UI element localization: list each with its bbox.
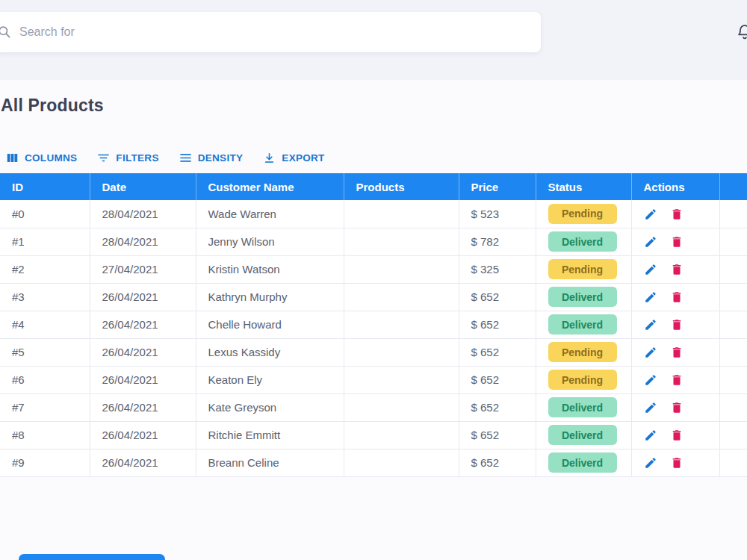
search-bar [0,12,541,52]
status-badge: Deliverd [548,452,617,473]
bottom-bar[interactable] [19,554,165,560]
customer-name: Wade Warren [196,200,344,228]
row-date: 26/04/2021 [90,311,196,338]
delete-icon[interactable] [670,373,684,387]
actions-cell [631,311,719,338]
edit-icon[interactable] [644,401,657,414]
spacer-header [719,173,747,200]
customer-name: Kristin Watson [196,255,344,283]
columns-button[interactable]: COLUMNS [5,151,77,165]
spacer-cell [719,311,747,338]
status-cell: Pending [536,255,631,283]
row-id: #9 [0,449,90,476]
delete-icon[interactable] [670,456,684,470]
row-products [344,255,459,283]
columns-icon [5,151,19,165]
status-cell: Deliverd [536,311,631,338]
row-price: $ 652 [459,449,536,476]
export-button[interactable]: EXPORT [262,151,324,165]
table-row: #028/04/2021Wade Warren$ 523Pending [0,200,747,228]
table-row: #227/04/2021Kristin Watson$ 325Pending [0,255,747,283]
customer-name: Jenny Wilson [196,228,344,255]
search-input[interactable] [19,25,530,39]
status-cell: Deliverd [536,283,631,311]
edit-icon[interactable] [644,373,657,387]
edit-icon[interactable] [644,235,657,249]
edit-icon[interactable] [644,346,657,359]
column-header[interactable]: Date [90,173,196,200]
page-title: All Products [1,96,104,116]
column-header[interactable]: Products [344,173,459,200]
export-icon [262,151,276,165]
products-table: IDDateCustomer NameProductsPriceStatusAc… [0,173,747,477]
row-date: 26/04/2021 [90,283,196,311]
spacer-cell [719,283,747,311]
status-cell: Deliverd [536,393,631,421]
column-header[interactable]: ID [0,173,90,200]
delete-icon[interactable] [670,208,684,221]
status-badge: Deliverd [548,425,617,445]
density-label: DENSITY [198,152,244,164]
spacer-cell [719,255,747,283]
spacer-cell [719,366,747,393]
row-price: $ 652 [459,421,536,449]
customer-name: Chelle Howard [196,311,344,338]
row-products [344,366,459,393]
row-date: 26/04/2021 [90,393,196,421]
row-price: $ 652 [459,338,536,366]
table-row: #128/04/2021Jenny Wilson$ 782Deliverd [0,228,747,255]
row-price: $ 523 [459,200,536,228]
actions-cell [631,421,719,449]
export-label: EXPORT [282,152,324,164]
edit-icon[interactable] [644,290,657,304]
delete-icon[interactable] [670,235,684,249]
row-date: 27/04/2021 [90,255,196,283]
delete-icon[interactable] [670,318,684,332]
edit-icon[interactable] [644,318,657,332]
table-row: #926/04/2021Breann Celine$ 652Deliverd [0,449,747,476]
search-icon [0,25,12,40]
row-date: 28/04/2021 [90,228,196,255]
columns-label: COLUMNS [25,152,77,164]
row-products [344,283,459,311]
column-header[interactable]: Customer Name [196,173,344,200]
status-badge: Pending [548,370,617,390]
notification-bell-icon[interactable] [736,22,747,45]
row-date: 26/04/2021 [90,449,196,476]
actions-cell [631,366,719,393]
delete-icon[interactable] [670,401,684,414]
row-id: #7 [0,393,90,421]
table-head: IDDateCustomer NameProductsPriceStatusAc… [0,173,747,200]
delete-icon[interactable] [670,263,684,276]
row-products [344,200,459,228]
column-header[interactable]: Price [459,173,536,200]
edit-icon[interactable] [644,208,657,221]
delete-icon[interactable] [670,429,684,442]
delete-icon[interactable] [670,290,684,304]
column-header[interactable]: Status [536,173,631,200]
row-id: #3 [0,283,90,311]
density-button[interactable]: DENSITY [179,151,244,165]
column-header[interactable]: Actions [631,173,719,200]
row-date: 26/04/2021 [90,338,196,366]
status-cell: Pending [536,338,631,366]
row-date: 26/04/2021 [90,421,196,449]
customer-name: Breann Celine [196,449,344,476]
actions-cell [631,228,719,255]
delete-icon[interactable] [670,346,684,359]
row-products [344,449,459,476]
status-badge: Deliverd [548,287,617,307]
edit-icon[interactable] [644,263,657,276]
row-products [344,338,459,366]
table-row: #526/04/2021Lexus Kassidy$ 652Pending [0,338,747,366]
row-date: 28/04/2021 [90,200,196,228]
filters-button[interactable]: FILTERS [96,151,158,165]
status-badge: Deliverd [548,314,617,335]
row-price: $ 652 [459,283,536,311]
row-price: $ 652 [459,311,536,338]
density-icon [179,151,193,165]
edit-icon[interactable] [644,429,657,442]
table-header-row: IDDateCustomer NameProductsPriceStatusAc… [0,173,747,200]
table-toolbar: COLUMNS FILTERS DENSITY EXPORT [5,151,325,165]
edit-icon[interactable] [644,456,657,470]
